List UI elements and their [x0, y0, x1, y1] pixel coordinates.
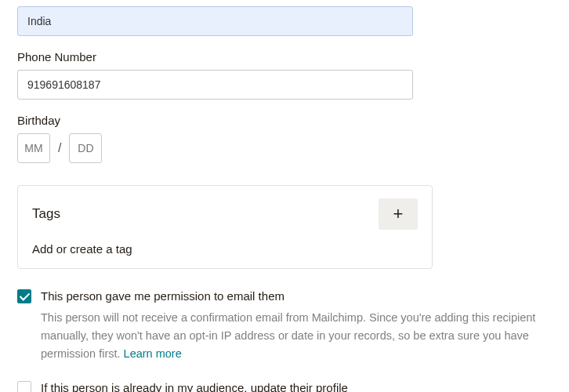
permission-help-text: This person will not receive a confirmat…	[41, 309, 552, 364]
phone-input[interactable]	[17, 70, 413, 100]
update-profile-label: If this person is already in my audience…	[41, 379, 348, 392]
tags-subtitle: Add or create a tag	[32, 242, 418, 256]
learn-more-link[interactable]: Learn more	[124, 347, 182, 360]
birthday-label: Birthday	[17, 114, 552, 127]
birthday-separator: /	[58, 141, 61, 155]
permission-label: This person gave me permission to email …	[41, 288, 284, 304]
phone-label: Phone Number	[17, 50, 552, 64]
tags-title: Tags	[32, 206, 60, 222]
update-profile-checkbox[interactable]	[17, 381, 31, 392]
add-tag-button[interactable]: +	[379, 198, 418, 230]
country-input[interactable]	[17, 6, 413, 36]
birthday-month-input[interactable]	[17, 133, 50, 163]
permission-checkbox[interactable]	[17, 289, 31, 303]
tags-section: Tags + Add or create a tag	[17, 185, 433, 269]
plus-icon: +	[393, 204, 404, 224]
birthday-day-input[interactable]	[69, 133, 102, 163]
